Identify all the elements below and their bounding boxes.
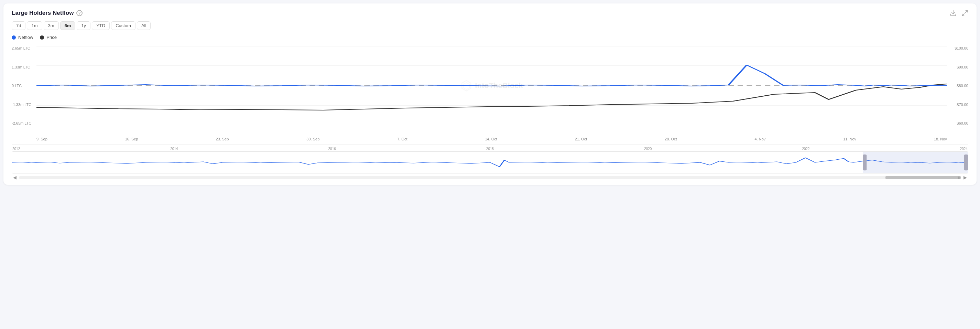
price-label-0: $100.00 bbox=[955, 46, 968, 50]
scroll-right-arrow[interactable]: ▶ bbox=[962, 174, 968, 180]
filter-btn-ytd[interactable]: YTD bbox=[92, 21, 110, 30]
time-filter-group: 7d1m3m6m1yYTDCustomAll bbox=[12, 21, 968, 30]
y-label-4: -2.65m LTC bbox=[12, 121, 36, 125]
price-label-1: $90.00 bbox=[957, 65, 968, 69]
x-label-8: 4. Nov bbox=[754, 137, 765, 141]
header-row: Large Holders Netflow ? bbox=[12, 10, 968, 16]
scroll-track[interactable]: ||| bbox=[19, 176, 961, 179]
chart-title: Large Holders Netflow bbox=[12, 10, 73, 16]
year-2022: 2022 bbox=[802, 147, 810, 151]
filter-btn-3m[interactable]: 3m bbox=[44, 21, 59, 30]
x-label-6: 21. Oct bbox=[575, 137, 587, 141]
scroll-handle-icons: ||| bbox=[957, 176, 961, 179]
mini-year-labels: 2012 2014 2016 2018 2020 2022 2024 bbox=[12, 147, 968, 151]
year-2018: 2018 bbox=[486, 147, 494, 151]
price-line bbox=[37, 84, 947, 110]
year-2012: 2012 bbox=[13, 147, 20, 151]
main-svg bbox=[37, 46, 947, 125]
main-chart: 2.65m LTC 1.33m LTC 0 LTC -1.33m LTC -2.… bbox=[12, 46, 968, 136]
mini-handle-right[interactable] bbox=[964, 155, 968, 171]
netflow-line bbox=[37, 65, 947, 86]
legend-netflow: Netflow bbox=[12, 35, 33, 40]
svg-line-1 bbox=[966, 11, 967, 13]
x-label-3: 30. Sep bbox=[306, 137, 320, 141]
y-axis-left: 2.65m LTC 1.33m LTC 0 LTC -1.33m LTC -2.… bbox=[12, 46, 36, 125]
header-actions bbox=[950, 10, 968, 16]
price-label: Price bbox=[46, 35, 57, 40]
title-area: Large Holders Netflow ? bbox=[12, 10, 83, 16]
filter-btn-custom[interactable]: Custom bbox=[111, 21, 135, 30]
x-label-5: 14. Oct bbox=[485, 137, 497, 141]
x-label-1: 16. Sep bbox=[125, 137, 138, 141]
price-label-2: $80.00 bbox=[957, 84, 968, 88]
filter-btn-all[interactable]: All bbox=[137, 21, 151, 30]
filter-btn-1m[interactable]: 1m bbox=[27, 21, 42, 30]
x-label-9: 11. Nov bbox=[843, 137, 856, 141]
handle-lines: ||| bbox=[958, 176, 960, 179]
svg-line-2 bbox=[963, 14, 964, 16]
y-axis-right: $100.00 $90.00 $80.00 $70.00 $60.00 bbox=[948, 46, 968, 125]
mini-svg bbox=[12, 152, 968, 173]
x-axis-labels: 9. Sep 16. Sep 23. Sep 30. Sep 7. Oct 14… bbox=[37, 136, 947, 141]
y-label-3: -1.33m LTC bbox=[12, 102, 36, 107]
netflow-dot bbox=[12, 35, 16, 40]
chart-svg-wrapper: IntoTheBlock bbox=[37, 46, 947, 125]
scroll-left-arrow[interactable]: ◀ bbox=[12, 174, 18, 180]
help-icon[interactable]: ? bbox=[76, 10, 83, 16]
filter-btn-1y[interactable]: 1y bbox=[77, 21, 91, 30]
chart-area: 2.65m LTC 1.33m LTC 0 LTC -1.33m LTC -2.… bbox=[12, 46, 968, 141]
scroll-thumb[interactable]: ||| bbox=[885, 176, 961, 179]
y-label-0: 2.65m LTC bbox=[12, 46, 36, 50]
year-2020: 2020 bbox=[644, 147, 652, 151]
x-label-2: 23. Sep bbox=[216, 137, 229, 141]
price-dot bbox=[40, 35, 44, 40]
year-2016: 2016 bbox=[328, 147, 336, 151]
price-label-3: $70.00 bbox=[957, 102, 968, 107]
x-label-7: 28. Oct bbox=[665, 137, 677, 141]
mini-chart-wrapper[interactable] bbox=[12, 152, 968, 173]
year-2014: 2014 bbox=[170, 147, 178, 151]
legend-price: Price bbox=[40, 35, 57, 40]
mini-chart-section: 2012 2014 2016 2018 2020 2022 2024 ◀ bbox=[12, 145, 968, 180]
x-label-10: 18. Nov bbox=[934, 137, 947, 141]
filter-btn-7d[interactable]: 7d bbox=[12, 21, 25, 30]
legend-row: Netflow Price bbox=[12, 35, 968, 40]
y-label-1: 1.33m LTC bbox=[12, 65, 36, 69]
y-label-2: 0 LTC bbox=[12, 84, 36, 88]
download-button[interactable] bbox=[950, 10, 957, 16]
netflow-label: Netflow bbox=[18, 35, 33, 40]
price-label-4: $60.00 bbox=[957, 121, 968, 125]
expand-button[interactable] bbox=[961, 10, 968, 16]
scrollbar-area: ◀ ||| ▶ bbox=[12, 174, 968, 180]
filter-btn-6m[interactable]: 6m bbox=[60, 21, 76, 30]
mini-handle-left[interactable] bbox=[863, 155, 867, 171]
mini-highlight bbox=[863, 152, 968, 173]
x-label-4: 7. Oct bbox=[397, 137, 407, 141]
x-label-0: 9. Sep bbox=[37, 137, 48, 141]
year-2024: 2024 bbox=[960, 147, 967, 151]
chart-card: Large Holders Netflow ? 7d bbox=[3, 3, 977, 185]
